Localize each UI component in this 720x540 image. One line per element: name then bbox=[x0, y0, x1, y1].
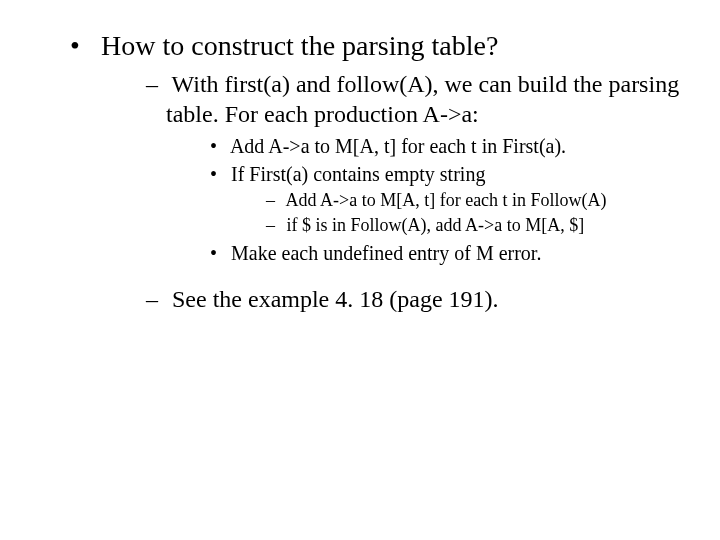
bullet-text: How to construct the parsing table? bbox=[101, 30, 498, 61]
slide: How to construct the parsing table? With… bbox=[0, 0, 720, 540]
bullet-list-level-3: Add A->a to M[A, t] for each t in First(… bbox=[166, 133, 720, 266]
bullet-item: With first(a) and follow(A), we can buil… bbox=[146, 69, 720, 266]
bullet-text: Make each undefined entry of M error. bbox=[231, 242, 541, 264]
bullet-item: Make each undefined entry of M error. bbox=[210, 240, 720, 266]
bullet-text: Add A->a to M[A, t] for each t in First(… bbox=[230, 135, 566, 157]
bullet-item: See the example 4. 18 (page 191). bbox=[146, 284, 720, 314]
bullet-text: If First(a) contains empty string bbox=[231, 163, 485, 185]
bullet-text: See the example 4. 18 (page 191). bbox=[172, 286, 499, 312]
bullet-item: If First(a) contains empty string Add A-… bbox=[210, 161, 720, 238]
bullet-list-level-4: Add A->a to M[A, t] for each t in Follow… bbox=[226, 189, 720, 238]
bullet-text: if $ is in Follow(A), add A->a to M[A, $… bbox=[287, 215, 585, 235]
bullet-text: With first(a) and follow(A), we can buil… bbox=[166, 71, 679, 127]
bullet-item: How to construct the parsing table? With… bbox=[70, 28, 720, 314]
bullet-item: Add A->a to M[A, t] for each t in Follow… bbox=[266, 189, 720, 212]
bullet-list-level-2: With first(a) and follow(A), we can buil… bbox=[94, 69, 720, 314]
bullet-list-level-1: How to construct the parsing table? With… bbox=[0, 28, 720, 314]
bullet-item: if $ is in Follow(A), add A->a to M[A, $… bbox=[266, 214, 720, 237]
bullet-text: Add A->a to M[A, t] for each t in Follow… bbox=[286, 190, 607, 210]
bullet-item: Add A->a to M[A, t] for each t in First(… bbox=[210, 133, 720, 159]
